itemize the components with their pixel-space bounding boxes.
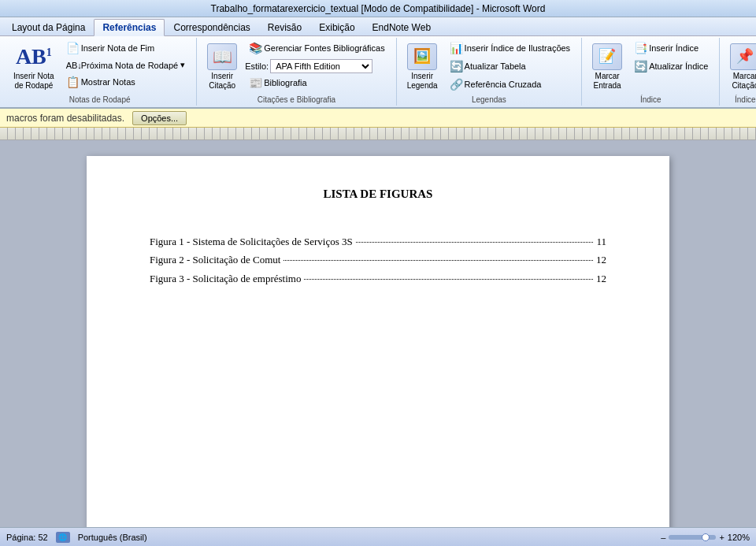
zoom-out-icon[interactable]: – — [661, 533, 665, 542]
marcar-entrada-icon: 📝 — [592, 43, 622, 70]
toc-list: Figura 1 - Sistema de Solicitações de Se… — [150, 232, 606, 288]
proxima-nota-rodape-icon: AB↓ — [66, 61, 79, 70]
mostrar-notas-icon: 📋 — [66, 76, 79, 88]
status-bar: Página: 52 🌐 Português (Brasil) – + 120% — [0, 527, 756, 546]
bibliografia-button[interactable]: 📰 Bibliografia — [245, 74, 388, 91]
inserir-nota-fim-icon: 📄 — [66, 42, 79, 54]
atualizar-indice-icon: 🔄 — [634, 60, 647, 72]
page-title: LISTA DE FIGURAS — [150, 188, 606, 201]
tab-layout-pagina[interactable]: Layout da Página — [3, 19, 94, 35]
estilo-label: Estilo: — [245, 61, 269, 71]
inserir-nota-rodape-button[interactable]: AB1 Inserir Notade Rodapé — [8, 39, 60, 95]
toc-item-3-page: 12 — [596, 269, 606, 288]
ribbon: AB1 Inserir Notade Rodapé 📄 Inserir Nota… — [0, 36, 756, 109]
toc-item-1-text: Figura 1 - Sistema de Solicitações de Se… — [150, 232, 353, 251]
indice-autoridades-group-label: Índice — [720, 95, 756, 104]
proxima-nota-rodape-label: Próxima Nota de Rodapé — [81, 61, 179, 70]
referencia-cruzada-icon: 🔗 — [450, 78, 462, 91]
inserir-indice-ilustracoes-label: Inserir Índice de Ilustrações — [465, 43, 571, 53]
legendas-group-label: Legendas — [397, 95, 581, 104]
gerenciar-fontes-label: Gerenciar Fontes Bibliográficas — [264, 43, 384, 53]
proxima-nota-rodape-button[interactable]: AB↓ Próxima Nota de Rodapé ▾ — [62, 58, 190, 72]
group-notas-rodape: AB1 Inserir Notade Rodapé 📄 Inserir Nota… — [3, 38, 197, 106]
marcar-entrada-label: MarcarEntrada — [594, 72, 621, 91]
inserir-indice-button[interactable]: 📑 Inserir Índice — [630, 39, 712, 57]
mostrar-notas-button[interactable]: 📋 Mostrar Notas — [62, 73, 190, 91]
inserir-indice-icon: 📑 — [634, 42, 647, 54]
toc-item-2-page: 12 — [596, 251, 606, 269]
citacoes-group-label: Citações e Bibliografia — [197, 95, 395, 104]
toc-item-3-text: Figura 3 - Solicitação de empréstimo — [150, 269, 301, 288]
notif-text: macros foram desabilitadas. — [6, 113, 124, 124]
group-citacoes: 📖 InserirCitação 📚 Gerenciar Fontes Bibl… — [197, 38, 396, 106]
indice-col: 📑 Inserir Índice 🔄 Atualizar Índice — [628, 39, 714, 75]
ribbon-tabs: Layout da Página Referências Correspondê… — [0, 17, 756, 36]
status-right: – + 120% — [661, 533, 750, 542]
page-number: Página: 52 — [6, 533, 48, 542]
doc-area: LISTA DE FIGURAS Figura 1 - Sistema de S… — [0, 140, 756, 527]
inserir-nota-fim-button[interactable]: 📄 Inserir Nota de Fim — [62, 39, 190, 57]
atualizar-tabela-button[interactable]: 🔄 Atualizar Tabela — [446, 58, 575, 75]
toc-item-2: Figura 2 - Solicitação de Comut 12 — [150, 251, 606, 269]
document-page: LISTA DE FIGURAS Figura 1 - Sistema de S… — [87, 156, 669, 527]
inserir-legenda-label: InserirLegenda — [407, 72, 438, 91]
bibliografia-label: Bibliografia — [264, 78, 306, 87]
notif-bar: macros foram desabilitadas. Opções... — [0, 109, 756, 128]
inserir-citacao-label: InserirCitação — [209, 72, 235, 91]
inserir-citacao-icon: 📖 — [207, 43, 237, 70]
title-bar: Trabalho_formatarexercicio_textual [Modo… — [0, 0, 756, 17]
atualizar-tabela-label: Atualizar Tabela — [465, 61, 526, 71]
estilo-select[interactable]: APA Fifth Edition — [270, 59, 372, 73]
referencia-cruzada-button[interactable]: 🔗 Referência Cruzada — [446, 76, 575, 93]
tab-endnote-web[interactable]: EndNote Web — [364, 19, 440, 35]
bibliografia-icon: 📰 — [249, 76, 261, 89]
inserir-legenda-icon: 🖼️ — [407, 43, 437, 70]
mostrar-notas-label: Mostrar Notas — [81, 77, 135, 87]
marcar-citacao-button[interactable]: 📌 MarcarCitação — [724, 39, 756, 95]
tab-revisao[interactable]: Revisão — [259, 19, 310, 35]
proxima-nota-rodape-chevron: ▾ — [180, 60, 185, 70]
legendas-col: 📊 Inserir Índice de Ilustrações 🔄 Atuali… — [443, 39, 577, 93]
estilo-container: Estilo: APA Fifth Edition — [245, 59, 388, 73]
tab-exibicao[interactable]: Exibição — [310, 19, 363, 35]
tab-correspondencias[interactable]: Correspondências — [165, 19, 258, 35]
marcar-entrada-button[interactable]: 📝 MarcarEntrada — [587, 39, 628, 95]
citacoes-col: 📚 Gerenciar Fontes Bibliográficas Estilo… — [243, 39, 391, 91]
ruler-content — [0, 128, 756, 139]
marcar-citacao-label: MarcarCitação — [732, 72, 756, 91]
status-icon-smiley: 🌐 — [56, 532, 70, 543]
group-legendas: 🖼️ InserirLegenda 📊 Inserir Índice de Il… — [397, 38, 582, 106]
gerenciar-fontes-button[interactable]: 📚 Gerenciar Fontes Bibliográficas — [245, 39, 388, 57]
zoom-slider[interactable] — [669, 535, 716, 540]
tab-referencias[interactable]: Referências — [94, 19, 165, 36]
zoom-level: 120% — [728, 533, 750, 542]
inserir-citacao-button[interactable]: 📖 InserirCitação — [202, 39, 243, 95]
zoom-in-icon[interactable]: + — [719, 533, 724, 542]
title-bar-text: Trabalho_formatarexercicio_textual [Modo… — [211, 3, 546, 14]
notas-rodape-col: 📄 Inserir Nota de Fim AB↓ Próxima Nota d… — [60, 39, 192, 91]
zoom-bar: – + 120% — [661, 533, 750, 542]
toc-item-3-dots — [304, 279, 593, 280]
inserir-indice-ilustracoes-button[interactable]: 📊 Inserir Índice de Ilustrações — [446, 39, 575, 57]
atualizar-tabela-icon: 🔄 — [450, 60, 462, 72]
inserir-indice-label: Inserir Índice — [649, 43, 699, 53]
inserir-nota-rodape-icon: AB1 — [16, 43, 52, 70]
inserir-legenda-button[interactable]: 🖼️ InserirLegenda — [402, 39, 443, 95]
inserir-indice-ilustracoes-icon: 📊 — [450, 42, 462, 54]
language-label: Português (Brasil) — [78, 533, 147, 542]
indice-group-label: Índice — [582, 95, 719, 104]
atualizar-indice-label: Atualizar Índice — [649, 61, 708, 71]
zoom-thumb — [702, 533, 710, 541]
group-indice: 📝 MarcarEntrada 📑 Inserir Índice 🔄 Atual… — [582, 38, 720, 106]
atualizar-indice-button[interactable]: 🔄 Atualizar Índice — [630, 58, 712, 75]
group-indice-autoridades: 📌 MarcarCitação Índice — [720, 38, 756, 106]
inserir-nota-fim-label: Inserir Nota de Fim — [81, 43, 155, 53]
opcoes-button[interactable]: Opções... — [132, 111, 187, 125]
gerenciar-fontes-icon: 📚 — [249, 42, 261, 54]
marcar-citacao-icon: 📌 — [730, 43, 756, 70]
toc-item-1-dots — [356, 242, 594, 243]
toc-item-1: Figura 1 - Sistema de Solicitações de Se… — [150, 232, 606, 251]
toc-item-1-page: 11 — [596, 232, 606, 251]
notas-rodape-group-label: Notas de Rodapé — [3, 95, 196, 104]
referencia-cruzada-label: Referência Cruzada — [465, 80, 542, 89]
